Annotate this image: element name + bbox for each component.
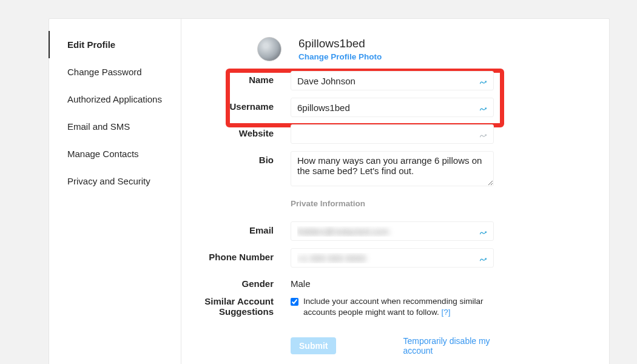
row-bio: Bio	[194, 151, 573, 188]
sidebar-item-label: Email and SMS	[67, 121, 130, 132]
sidebar-item-manage-contacts[interactable]: Manage Contacts	[49, 140, 181, 167]
profile-username: 6pillows1bed	[298, 37, 382, 50]
sidebar-item-label: Privacy and Security	[67, 176, 150, 186]
sidebar-item-change-password[interactable]: Change Password	[49, 58, 181, 86]
row-actions: Submit Temporarily disable my account	[194, 325, 573, 356]
change-photo-link[interactable]: Change Profile Photo	[298, 52, 382, 61]
row-private-heading: Private Information	[194, 195, 573, 214]
submit-button[interactable]: Submit	[291, 337, 336, 354]
suggestions-label: Similar Account Suggestions	[194, 296, 291, 317]
sidebar-item-edit-profile[interactable]: Edit Profile	[49, 31, 181, 58]
row-phone: Phone Number	[194, 248, 573, 268]
learn-more-link[interactable]: [?]	[441, 308, 450, 317]
sidebar-item-label: Manage Contacts	[67, 149, 139, 159]
avatar[interactable]	[257, 37, 281, 61]
sidebar-item-label: Authorized Applications	[67, 94, 162, 104]
sidebar-item-authorized-apps[interactable]: Authorized Applications	[49, 86, 181, 113]
sidebar-item-privacy-security[interactable]: Privacy and Security	[49, 167, 181, 195]
settings-sidebar: Edit Profile Change Password Authorized …	[49, 19, 181, 364]
disable-account-link[interactable]: Temporarily disable my account	[403, 336, 494, 356]
row-name: Name	[194, 71, 573, 90]
gender-label: Gender	[194, 275, 291, 289]
phone-label: Phone Number	[194, 248, 291, 262]
bio-textarea[interactable]	[291, 151, 494, 186]
settings-card: Edit Profile Change Password Authorized …	[49, 18, 610, 364]
bio-label: Bio	[194, 151, 291, 165]
row-email: Email	[194, 221, 573, 241]
name-label: Name	[194, 71, 291, 85]
email-label: Email	[194, 221, 291, 235]
row-suggestions: Similar Account Suggestions Include your…	[194, 296, 573, 318]
username-input[interactable]	[291, 98, 494, 117]
edit-profile-form: 6pillows1bed Change Profile Photo Name U…	[181, 19, 609, 364]
phone-input[interactable]	[291, 248, 494, 268]
website-label: Website	[194, 124, 291, 138]
email-input[interactable]	[291, 221, 494, 241]
suggestions-text: Include your account when recommending s…	[303, 296, 494, 318]
sidebar-item-label: Edit Profile	[67, 39, 115, 50]
private-info-heading: Private Information	[291, 199, 494, 208]
row-username: Username	[194, 98, 573, 117]
row-gender: Gender Male	[194, 275, 573, 289]
row-website: Website	[194, 124, 573, 144]
suggestions-checkbox[interactable]	[291, 298, 298, 306]
website-input[interactable]	[291, 124, 494, 144]
profile-header: 6pillows1bed Change Profile Photo	[257, 37, 573, 61]
sidebar-item-label: Change Password	[67, 67, 142, 77]
username-label: Username	[194, 98, 291, 112]
gender-value[interactable]: Male	[291, 275, 494, 289]
sidebar-item-email-sms[interactable]: Email and SMS	[49, 113, 181, 140]
name-input[interactable]	[291, 71, 494, 90]
